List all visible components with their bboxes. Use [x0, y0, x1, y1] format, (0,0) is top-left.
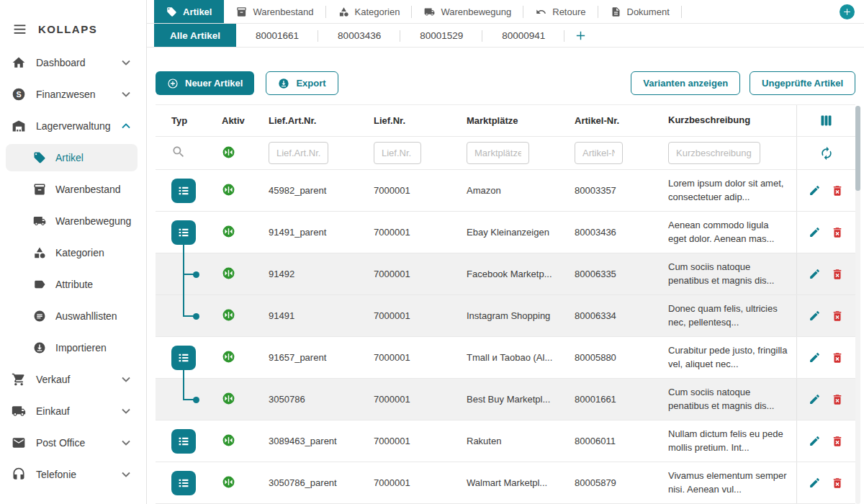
subtab-article-4[interactable]: 80000941: [482, 24, 564, 47]
scrollbar-thumb[interactable]: [855, 106, 860, 191]
cell-kurzbeschreibung: Donec quam felis, ultricies nec, pellent…: [650, 302, 796, 330]
column-header-marktplaetze: Marktplätze: [449, 115, 557, 126]
sidebar-item-einkauf[interactable]: Einkauf: [0, 395, 146, 427]
row-type-button[interactable]: [171, 429, 196, 454]
sidebar-item-auswahllisten[interactable]: Auswahllisten: [0, 300, 146, 332]
sidebar-item-kategorien[interactable]: Kategorien: [0, 237, 146, 269]
active-status-icon[interactable]: [222, 183, 235, 197]
edit-icon[interactable]: [809, 393, 821, 405]
unchecked-articles-button[interactable]: Ungeprüfte Artikel: [750, 71, 855, 95]
edit-icon[interactable]: [809, 184, 821, 197]
cell-marktplatz: Best Buy Marketpl...: [449, 394, 557, 405]
sidebar-item-label: Kategorien: [55, 247, 104, 258]
box-icon: [236, 6, 247, 17]
filter-lief-nr-input[interactable]: [374, 142, 421, 164]
edit-icon[interactable]: [809, 226, 821, 238]
row-type-button[interactable]: [171, 179, 196, 203]
tag-icon: [166, 6, 177, 17]
cell-artikel-nr: 80006334: [557, 310, 650, 321]
delete-icon[interactable]: [831, 351, 844, 364]
sidebar-item-label: Lagerverwaltung: [36, 120, 111, 132]
edit-icon[interactable]: [809, 310, 821, 322]
sidebar-item-finanzwesen[interactable]: Finanzwesen: [0, 78, 146, 110]
tab-kategorien[interactable]: Kategorien: [326, 0, 413, 23]
cell-kurzbeschreibung: Nullam dictum felis eu pede mollis preti…: [650, 428, 796, 455]
row-type-button[interactable]: [171, 220, 196, 245]
headset-icon: [12, 467, 26, 482]
sidebar: KOLLAPS Dashboard Finanzwesen Lagerverwa…: [0, 0, 147, 504]
button-label: Ungeprüfte Artikel: [762, 78, 843, 89]
tab-warenbestand[interactable]: Warenbestand: [224, 0, 325, 23]
sidebar-item-lagerverwaltung[interactable]: Lagerverwaltung: [0, 110, 146, 142]
mail-icon: [12, 436, 26, 450]
sidebar-item-warenbestand[interactable]: Warenbestand: [0, 174, 146, 205]
sidebar-item-verkauf[interactable]: Verkauf: [0, 364, 146, 395]
export-button[interactable]: Export: [266, 71, 338, 95]
edit-icon[interactable]: [809, 268, 821, 280]
new-article-button[interactable]: Neuer Artikel: [156, 71, 254, 95]
filter-artikel-nr-input[interactable]: [575, 142, 623, 164]
add-tab-button[interactable]: [840, 4, 855, 19]
cell-artikel-nr: 80005879: [557, 477, 650, 488]
edit-icon[interactable]: [809, 435, 821, 447]
hamburger-menu-icon[interactable]: [12, 22, 27, 37]
active-status-icon[interactable]: [222, 475, 235, 489]
active-status-icon[interactable]: [222, 225, 235, 238]
sidebar-item-attribute[interactable]: Attribute: [0, 269, 146, 300]
tab-dokument[interactable]: Dokument: [598, 0, 682, 23]
delete-icon[interactable]: [831, 310, 844, 323]
subtab-label: 80001661: [256, 30, 299, 41]
column-header-typ: Typ: [156, 115, 204, 126]
column-settings-icon[interactable]: [819, 113, 834, 128]
sidebar-item-importieren[interactable]: Importieren: [0, 332, 146, 364]
delete-icon[interactable]: [831, 477, 844, 490]
active-status-icon[interactable]: [222, 266, 235, 280]
column-header-lief-nr: Lief.Nr.: [356, 115, 449, 126]
active-status-icon[interactable]: [222, 308, 235, 322]
cell-kurzbeschreibung: Lorem ipsum dolor sit amet, consectetuer…: [650, 177, 796, 204]
table-row: 45982_parent 7000001 Amazon 80003357 Lor…: [156, 170, 855, 212]
add-article-tab-button[interactable]: [564, 24, 597, 47]
row-type-button[interactable]: [171, 346, 196, 370]
tab-artikel[interactable]: Artikel: [154, 0, 224, 23]
filter-lief-art-nr-input[interactable]: [269, 142, 328, 164]
subtab-article-1[interactable]: 80001661: [236, 24, 318, 47]
tab-retoure[interactable]: Retoure: [523, 0, 598, 23]
finance-icon: [12, 87, 26, 102]
sidebar-item-artikel[interactable]: Artikel: [6, 144, 138, 171]
show-variants-button[interactable]: Varianten anzeigen: [631, 71, 740, 95]
list-circle-icon: [33, 310, 46, 323]
sidebar-item-warenbewegung[interactable]: Warenbewegung: [0, 205, 146, 237]
column-header-aktiv: Aktiv: [204, 115, 251, 126]
filter-kurzbeschreibung-input[interactable]: [668, 142, 760, 164]
active-status-icon[interactable]: [222, 433, 235, 447]
sidebar-item-telefonie[interactable]: Telefonie: [0, 459, 146, 490]
subtab-article-3[interactable]: 80001529: [400, 24, 482, 47]
filter-marktplaetze-input[interactable]: [467, 142, 529, 164]
cell-artikel-nr: 80006335: [557, 269, 650, 279]
edit-icon[interactable]: [809, 351, 821, 364]
edit-icon[interactable]: [809, 477, 821, 489]
tab-warenbewegung[interactable]: Warenbewegung: [412, 0, 523, 23]
sidebar-item-post-office[interactable]: Post Office: [0, 427, 146, 459]
subtab-alle-artikel[interactable]: Alle Artikel: [154, 24, 236, 47]
app-window: KOLLAPS Dashboard Finanzwesen Lagerverwa…: [0, 0, 864, 504]
active-status-icon[interactable]: [222, 350, 235, 364]
search-icon[interactable]: [171, 145, 186, 159]
sidebar-item-dashboard[interactable]: Dashboard: [0, 47, 146, 78]
truck-icon: [33, 215, 46, 228]
delete-icon[interactable]: [831, 226, 844, 239]
delete-icon[interactable]: [831, 268, 844, 281]
button-label: Neuer Artikel: [185, 78, 243, 89]
row-type-button[interactable]: [171, 471, 196, 495]
delete-icon[interactable]: [831, 184, 844, 197]
delete-icon[interactable]: [831, 393, 844, 406]
vertical-scrollbar[interactable]: [855, 106, 860, 504]
subtab-article-2[interactable]: 80003436: [318, 24, 400, 47]
cell-marktplatz: Walmart Marketpl...: [449, 477, 557, 488]
active-filter-icon[interactable]: [222, 145, 235, 159]
refresh-icon[interactable]: [819, 146, 834, 161]
active-status-icon[interactable]: [222, 392, 235, 405]
cell-lief-nr: 7000001: [356, 436, 449, 446]
delete-icon[interactable]: [831, 435, 844, 448]
